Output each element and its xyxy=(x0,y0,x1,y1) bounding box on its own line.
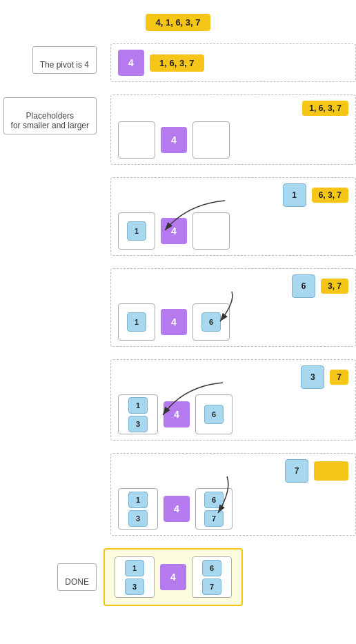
step4-panel: 6 3, 7 1 4 6 xyxy=(110,268,356,347)
step3-pivot-cell: 4 xyxy=(161,218,187,244)
step1-remaining-box: 1, 6, 3, 7 xyxy=(150,54,204,72)
step4-smaller-val: 1 xyxy=(127,312,146,332)
step4-smaller-box: 1 xyxy=(118,303,155,341)
step4-bottom-row: 1 4 6 xyxy=(118,303,348,341)
step6-larger-bot: 7 xyxy=(204,510,224,527)
step3-larger-box xyxy=(192,212,230,250)
step2-bottom-row: 4 xyxy=(118,121,348,159)
done-label-box: DONE xyxy=(57,563,97,591)
step3-smaller-box: 1 xyxy=(118,212,155,250)
step4-pivot-cell: 4 xyxy=(161,309,187,335)
step2-remaining: 1, 6, 3, 7 xyxy=(302,101,348,116)
step5-top-row: 3 7 xyxy=(118,365,348,389)
step5-smaller-top: 1 xyxy=(128,397,148,414)
step1-row: The pivot is 4 4 1, 6, 3, 7 xyxy=(0,43,356,82)
step4-remaining: 3, 7 xyxy=(321,279,348,294)
step3-row: 1 6, 3, 7 1 4 xyxy=(0,177,356,256)
step4-larger-val: 6 xyxy=(201,312,221,332)
step3-current: 1 xyxy=(283,183,306,207)
step6-smaller-top: 1 xyxy=(128,492,148,508)
step1-pivot-cell: 4 xyxy=(118,50,144,76)
step2-row: Placeholders for smaller and larger 1, 6… xyxy=(0,94,356,165)
step5-smaller-bot: 3 xyxy=(128,416,148,432)
done-label-text: DONE xyxy=(65,577,89,587)
step5-bottom-row: 1 3 4 6 xyxy=(118,394,348,434)
step6-larger-box: 6 7 xyxy=(195,488,233,530)
step3-top-row: 1 6, 3, 7 xyxy=(118,183,348,207)
step6-current: 7 xyxy=(285,459,308,483)
step5-row: 3 7 1 3 4 6 xyxy=(0,359,356,441)
step6-larger-top: 6 xyxy=(204,492,224,508)
done-panel: 1 3 4 6 7 xyxy=(103,548,243,606)
step6-bottom-row: 1 3 4 6 7 xyxy=(118,488,348,530)
step5-larger-val: 6 xyxy=(204,405,224,424)
step6-smaller-bot: 3 xyxy=(128,510,148,527)
step1-label-box: The pivot is 4 xyxy=(32,46,97,74)
step2-larger-placeholder xyxy=(192,121,230,159)
step3-smaller-val: 1 xyxy=(127,221,146,241)
done-smaller-top: 1 xyxy=(125,560,144,576)
step1-pivot-row: 4 1, 6, 3, 7 xyxy=(118,50,204,76)
done-smaller-bot: 3 xyxy=(125,578,144,595)
step6-row: 7 1 3 4 6 7 xyxy=(0,453,356,536)
done-row: DONE 1 3 4 6 7 xyxy=(0,548,356,606)
done-pivot-cell: 4 xyxy=(160,564,186,590)
step6-top-row: 7 xyxy=(118,459,348,483)
step5-pivot-cell: 4 xyxy=(164,401,190,427)
step1-panel: 4 1, 6, 3, 7 xyxy=(110,43,356,82)
step4-row: 6 3, 7 1 4 6 xyxy=(0,268,356,347)
step6-remaining xyxy=(314,461,348,481)
step5-remaining: 7 xyxy=(330,370,348,385)
top-array-row: 4, 1, 6, 3, 7 xyxy=(0,14,356,31)
step4-larger-box: 6 xyxy=(192,303,230,341)
done-larger-top: 6 xyxy=(202,560,221,576)
step1-label-text: The pivot is 4 xyxy=(40,60,89,70)
step6-smaller-box: 1 3 xyxy=(118,488,158,530)
step2-label-box: Placeholders for smaller and larger xyxy=(3,97,97,134)
step2-top-row: 1, 6, 3, 7 xyxy=(118,101,348,116)
step3-remaining: 6, 3, 7 xyxy=(312,188,348,203)
done-smaller-box: 1 3 xyxy=(115,556,155,598)
step5-larger-box: 6 xyxy=(195,394,233,434)
step6-panel: 7 1 3 4 6 7 xyxy=(110,453,356,536)
step6-pivot-cell: 4 xyxy=(164,496,190,522)
step4-top-row: 6 3, 7 xyxy=(118,274,348,298)
done-larger-bot: 7 xyxy=(202,578,221,595)
step2-label-text: Placeholders for smaller and larger xyxy=(11,111,89,130)
step2-pivot-cell: 4 xyxy=(161,127,187,153)
page-container: 4, 1, 6, 3, 7 The pivot is 4 4 1, 6, 3, … xyxy=(0,0,356,613)
step2-label-area: Placeholders for smaller and larger xyxy=(0,94,103,134)
step3-panel: 1 6, 3, 7 1 4 xyxy=(110,177,356,256)
done-larger-box: 6 7 xyxy=(192,556,232,598)
done-label-area: DONE xyxy=(0,563,103,591)
step1-label-area: The pivot is 4 xyxy=(0,43,103,74)
top-array-box: 4, 1, 6, 3, 7 xyxy=(146,14,210,31)
step4-current: 6 xyxy=(292,274,315,298)
step3-bottom-row: 1 4 xyxy=(118,212,348,250)
step5-current: 3 xyxy=(301,365,324,389)
step5-panel: 3 7 1 3 4 6 xyxy=(110,359,356,441)
step2-panel: 1, 6, 3, 7 4 xyxy=(110,94,356,165)
step5-smaller-box: 1 3 xyxy=(118,394,158,434)
step2-smaller-placeholder xyxy=(118,121,155,159)
